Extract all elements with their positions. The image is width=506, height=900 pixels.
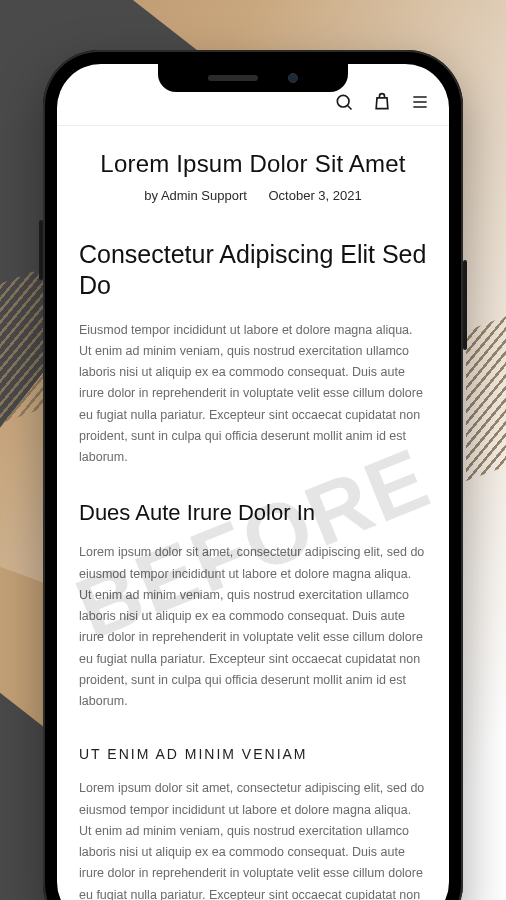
background-hatch	[466, 309, 506, 481]
phone-screen: BEFORE	[57, 64, 449, 900]
article-date: October 3, 2021	[269, 188, 362, 203]
paragraph: Lorem ipsum dolor sit amet, consectetur …	[79, 542, 427, 712]
front-camera	[288, 73, 298, 83]
svg-line-1	[348, 105, 352, 109]
search-icon[interactable]	[333, 91, 355, 113]
article: Lorem Ipsum Dolor Sit Amet by Admin Supp…	[57, 126, 449, 900]
article-byline: by Admin Support	[144, 188, 247, 203]
paragraph: Eiusmod tempor incididunt ut labore et d…	[79, 320, 427, 469]
article-author: Admin Support	[161, 188, 247, 203]
bag-icon[interactable]	[371, 91, 393, 113]
article-meta: by Admin Support October 3, 2021	[79, 188, 427, 203]
svg-point-0	[337, 95, 349, 107]
menu-icon[interactable]	[409, 91, 431, 113]
section-heading: Consectetur Adipiscing Elit Sed Do	[79, 239, 427, 302]
article-title: Lorem Ipsum Dolor Sit Amet	[79, 150, 427, 178]
phone-notch	[158, 64, 348, 92]
phone-frame: BEFORE	[43, 50, 463, 900]
byline-prefix: by	[144, 188, 161, 203]
section-subheading: Dues Aute Irure Dolor In	[79, 500, 427, 526]
section-label: UT ENIM AD MINIM VENIAM	[79, 746, 427, 762]
paragraph: Lorem ipsum dolor sit amet, consectetur …	[79, 778, 427, 900]
speaker-slot	[208, 75, 258, 81]
